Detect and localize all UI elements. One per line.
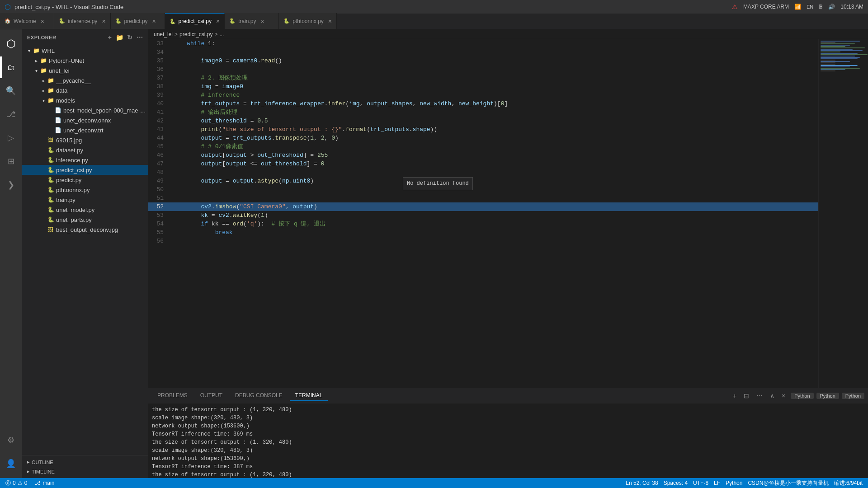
wifi-icon: 📶	[794, 4, 801, 10]
panel-content[interactable]: the size of tensorrt output : (1, 320, 4…	[148, 404, 868, 478]
tree-item-unet-deconv-onnx[interactable]: 📄 unet_deconv.onnx	[22, 115, 148, 125]
code-editor[interactable]: 33 while 1: 34 35 image0 = camera0.read(…	[148, 39, 818, 388]
tab-debug-console[interactable]: DEBUG CONSOLE	[230, 390, 288, 401]
line-content-49: output = output.astype(np.uint8)	[171, 177, 818, 185]
arrow-pycache: ▸	[40, 77, 47, 84]
tab-predict[interactable]: 🐍 predict.py ×	[111, 13, 165, 29]
python-tag-3[interactable]: Python	[842, 393, 864, 399]
panel-more-icon[interactable]: ⋯	[755, 391, 764, 400]
tab-label: inference.py	[68, 18, 97, 24]
tree-item-unet-model[interactable]: 🐍 unet_model.py	[22, 205, 148, 215]
collapse-icon[interactable]: ⋯	[137, 34, 143, 41]
tab-close-predict-csi[interactable]: ×	[216, 18, 220, 25]
statusbar-git[interactable]: ⎇ main	[33, 480, 56, 486]
tab-icon: 🐍	[170, 19, 176, 24]
panel-collapse-icon[interactable]: ∧	[768, 391, 776, 400]
statusbar-line-ending[interactable]: LF	[712, 480, 722, 486]
tab-terminal[interactable]: TERMINAL	[290, 390, 328, 401]
file-icon-best-model: 📄	[54, 107, 61, 114]
breadcrumb-unet-lei[interactable]: unet_lei	[154, 31, 173, 38]
tree-label-unet-lei: unet_lei	[49, 67, 148, 74]
panel-close-icon[interactable]: ×	[780, 391, 787, 400]
refresh-icon[interactable]: ↻	[127, 34, 133, 41]
tab-close-inference[interactable]: ×	[102, 18, 105, 25]
line-num-47: 47	[148, 160, 171, 168]
tab-close-welcome[interactable]: ×	[41, 18, 44, 25]
statusbar-errors[interactable]: ⓪ 0 ⚠ 0	[4, 479, 29, 487]
tab-icon: 🏠	[5, 18, 11, 24]
python-tag-2[interactable]: Python	[816, 393, 839, 399]
tree-item-train[interactable]: 🐍 train.py	[22, 195, 148, 205]
keyboard-icon: EN	[807, 4, 813, 9]
code-line-54: 54 if kk == ord('q'): # 按下 q 键, 退出	[148, 220, 818, 228]
tree-item-dataset[interactable]: 🐍 dataset.py	[22, 145, 148, 155]
tree-item-pycache[interactable]: ▸ 📁 __pycache__	[22, 75, 148, 85]
statusbar-encoding[interactable]: UTF-8	[691, 480, 710, 486]
tab-pthtoonnx[interactable]: 🐍 pthtoonnx.py ×	[279, 13, 337, 29]
vscode-activity-icon[interactable]: ⬡	[0, 33, 22, 55]
new-folder-icon[interactable]: 📁	[116, 34, 124, 41]
new-file-icon[interactable]: +	[108, 34, 112, 41]
settings-activity-icon[interactable]: ⚙	[0, 429, 22, 451]
line-content-38: img = image0	[171, 82, 818, 91]
tree-item-whl[interactable]: ▾ 📁 WHL	[22, 46, 148, 56]
statusbar-language[interactable]: Python	[724, 480, 744, 486]
terminal-line-2: scale image shape:(320, 480, 3)	[152, 414, 864, 422]
statusbar-csdn[interactable]: CSDN@鱼棱是小一乘支持向量机	[746, 479, 830, 487]
tree-item-unet-lei[interactable]: ▾ 📁 unet_lei	[22, 66, 148, 75]
extensions-activity-icon[interactable]: ⊞	[0, 150, 22, 172]
account-activity-icon[interactable]: 👤	[0, 453, 22, 474]
line-content-48	[171, 168, 818, 177]
statusbar-indent[interactable]: 缩进:6/94bit	[832, 479, 864, 487]
statusbar-spaces[interactable]: Spaces: 4	[662, 480, 689, 486]
remote-activity-icon[interactable]: ❯	[0, 174, 22, 196]
sidebar-header-icons: + 📁 ↻ ⋯	[108, 34, 143, 41]
tab-train[interactable]: 🐍 train.py ×	[225, 13, 279, 29]
tab-inference[interactable]: 🐍 inference.py ×	[54, 13, 111, 29]
spaces-text: Spaces: 4	[664, 480, 688, 486]
search-activity-icon[interactable]: 🔍	[0, 80, 22, 102]
tab-predict-csi[interactable]: 🐍 predict_csi.py ×	[165, 13, 225, 29]
tree-item-best-output[interactable]: 🖼 best_output_deconv.jpg	[22, 225, 148, 235]
python-tag-1[interactable]: Python	[791, 393, 813, 399]
tab-close-pthtoonnx[interactable]: ×	[328, 18, 332, 25]
git-activity-icon[interactable]: ⎇	[0, 103, 22, 125]
titlebar-left: ⬡ predict_csi.py - WHL - Visual Studio C…	[5, 3, 123, 11]
line-num-51: 51	[148, 194, 171, 202]
tree-item-predict-csi[interactable]: 🐍 predict_csi.py	[22, 165, 148, 175]
breadcrumb: unet_lei > predict_csi.py > ...	[148, 29, 868, 39]
split-terminal-icon[interactable]: ⊟	[742, 391, 751, 400]
tree-item-unet-deconv-trt[interactable]: 📄 unet_deconv.trt	[22, 125, 148, 135]
statusbar-position[interactable]: Ln 52, Col 38	[624, 480, 660, 486]
explorer-activity-icon[interactable]: 🗂	[0, 56, 22, 78]
tab-welcome[interactable]: 🏠 Welcome ×	[0, 13, 54, 29]
breadcrumb-ellipsis[interactable]: ...	[219, 31, 224, 38]
time-display: 10:13 AM	[840, 4, 863, 10]
tab-problems[interactable]: PROBLEMS	[152, 390, 193, 401]
tab-close-train[interactable]: ×	[260, 18, 264, 25]
tree-item-69015[interactable]: 🖼 69015.jpg	[22, 135, 148, 145]
outline-section[interactable]: ▸ OUTLINE	[22, 457, 148, 467]
tree-item-models[interactable]: ▾ 📁 models	[22, 95, 148, 105]
tab-output[interactable]: OUTPUT	[195, 390, 228, 401]
line-content-54: if kk == ord('q'): # 按下 q 键, 退出	[171, 220, 818, 228]
line-num-54: 54	[148, 220, 171, 228]
breadcrumb-predict-csi[interactable]: predict_csi.py	[179, 31, 212, 38]
new-terminal-icon[interactable]: +	[731, 391, 738, 400]
tree-item-inference[interactable]: 🐍 inference.py	[22, 155, 148, 165]
timeline-section[interactable]: ▸ TIMELINE	[22, 467, 148, 476]
tree-item-pthtoonnx[interactable]: 🐍 pthtoonnx.py	[22, 185, 148, 195]
tree-item-unet-parts[interactable]: 🐍 unet_parts.py	[22, 215, 148, 225]
line-num-48: 48	[148, 168, 171, 177]
tree-item-pytorch-unet[interactable]: ▸ 📁 Pytorch-UNet	[22, 56, 148, 66]
tree-item-predict[interactable]: 🐍 predict.py	[22, 175, 148, 185]
debug-activity-icon[interactable]: ▷	[0, 127, 22, 149]
tree-label-pycache: __pycache__	[56, 77, 148, 84]
line-num-53: 53	[148, 211, 171, 220]
tree-item-data[interactable]: ▸ 📁 data	[22, 85, 148, 95]
warning-count-icon: ⚠	[18, 480, 23, 486]
tree-item-best-model[interactable]: 📄 best-model_epoch-000_mae-1.0...	[22, 105, 148, 115]
terminal-line-8: TensorRT inference time: 387 ms	[152, 463, 864, 471]
tab-close-predict[interactable]: ×	[152, 18, 156, 25]
git-branch-icon: ⎇	[34, 480, 41, 486]
